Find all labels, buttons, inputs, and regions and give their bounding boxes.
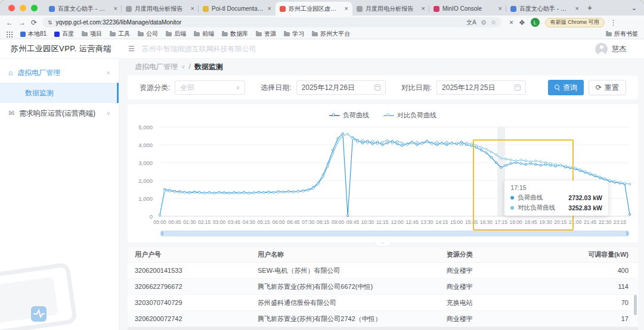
reading-mode-icon[interactable]: ⊙ [481,19,486,26]
collapse-menu-icon[interactable]: ☰ [128,45,135,53]
browser-profile-avatar[interactable]: L [531,18,540,27]
table-row[interactable]: 3203070740729苏州盛科通信股份有限公司充换电站70 [128,295,638,311]
search-button[interactable]: 查询 [548,80,584,95]
browser-tab[interactable]: 月度用电分析报告× [122,2,199,15]
bookmark-item[interactable]: 公司 [138,30,158,38]
browser-tab[interactable]: 苏州工业园区虚拟电厂平台× [275,2,352,15]
extension-x-icon[interactable]: × [509,19,513,26]
x-tick-label: 03:00 [213,219,225,225]
datazoom-left-handle[interactable] [161,231,163,236]
url-text[interactable]: yqvpp.gcl-et.com:32236/libManage/dataMon… [56,19,182,26]
tab-close-icon[interactable]: × [422,5,425,12]
bookmark-label: 工具 [118,30,130,38]
bookmark-item[interactable]: 项目 [82,30,102,38]
bookmark-item[interactable]: 工具 [110,30,130,38]
bookmark-item[interactable]: 数据库 [222,30,248,38]
load-chart-card: 负荷曲线对比负荷曲线 5,0004,0003,0002,0001,0000 17… [128,104,638,242]
translate-icon[interactable]: 文A [466,18,476,27]
sidebar-item-demand-response[interactable]: ✉ 需求响应运营(运营商端) ∨ [0,103,119,123]
apps-grid-icon[interactable] [6,31,13,38]
bookmark-item[interactable]: 后端 [166,30,186,38]
bookmark-label: 数据库 [230,30,248,38]
minimize-window-button[interactable] [20,5,26,11]
load-chart-plot[interactable]: 17:15负荷曲线2732.03 kW对比负荷曲线3252.83 kW [160,127,630,216]
tab-search-chevron-icon[interactable]: ⌄ [631,4,637,12]
x-tick-label: 00:00 [153,219,166,225]
table-scrollbar-thumb[interactable] [634,295,637,315]
browser-menu-icon[interactable]: ⋮ [610,19,617,26]
legend-item[interactable]: 负荷曲线 [329,111,369,120]
browser-tab[interactable]: Poi-tl Documentation× [199,2,275,15]
table-scrollbar[interactable] [634,265,637,328]
table-cell: 400 [566,267,638,274]
sidebar-item-vpp-management[interactable]: ⌂ 虚拟电厂管理 ∧ [0,63,119,83]
chart-collapse-notch[interactable]: ⌃ [374,242,391,247]
close-window-button[interactable] [8,5,15,11]
date-input[interactable]: 2025年12月26日 [296,80,386,95]
bookmark-star-icon[interactable]: ☆ [491,19,496,26]
reload-icon[interactable]: ⟳ [31,19,37,26]
tab-favicon [510,6,516,12]
maximize-window-button[interactable] [31,5,38,11]
folder-icon [82,32,88,36]
y-tick-label: 0 [150,213,153,220]
bookmark-item[interactable]: 资源 [256,30,276,38]
browser-tab[interactable]: 百度文心助手 - 办公学习一站...× [506,2,583,15]
datazoom-bar[interactable] [160,231,629,236]
address-bar[interactable]: ⇅ yqvpp.gcl-et.com:32236/libManage/dataM… [42,17,501,27]
browser-toolbar: ← → ⟳ ⇅ yqvpp.gcl-et.com:32236/libManage… [0,15,644,29]
bookmark-item[interactable]: 前端 [194,30,214,38]
table-row[interactable]: 3206200141533SEW-电机（苏州）有限公司商业楼宇400 [128,263,638,279]
category-select[interactable]: 全部 ∨ [175,80,245,95]
browser-tab[interactable]: 月度用电分析报告× [352,2,429,15]
chart-datazoom-slider[interactable] [160,231,630,236]
forward-icon[interactable]: → [18,19,26,26]
tab-close-icon[interactable]: × [499,5,502,12]
breadcrumb-parent[interactable]: 虚拟电厂管理 [135,62,178,72]
sidebar-item-data-monitor[interactable]: 数据监测 [0,83,119,103]
folder-icon [606,32,612,36]
bookmark-label: 资源 [264,30,276,38]
vpp-app: 苏州工业园区VPP. 运营商端 ☰ 苏州中智瑞能源互联网科技有限公司 慧杰 ⌂ … [0,39,644,330]
x-tick-label: 05:15 [258,219,270,225]
extensions-icon[interactable]: ❖ [519,19,525,26]
x-tick-label: 06:00 [272,219,284,225]
table-row[interactable]: 3206200072742腾飞新苏置业(苏州)有限公司2742（中恒）商业楼宇1… [128,311,638,327]
folder-icon [284,32,290,36]
new-tab-button[interactable]: + [583,1,596,14]
tab-close-icon[interactable]: × [114,5,117,12]
folder-icon [312,32,318,36]
table-cell: 商业楼宇 [444,266,566,275]
bookmark-item[interactable]: 学习 [284,30,304,38]
table-cell: 3203070740729 [128,299,255,306]
tab-close-icon[interactable]: × [191,5,194,12]
legend-item[interactable]: 对比负荷曲线 [383,111,436,120]
back-icon[interactable]: ← [6,19,13,26]
datazoom-right-handle[interactable] [626,231,628,236]
bookmark-item[interactable]: 本地81 [20,30,47,38]
browser-tab[interactable]: MinIO Console× [429,2,506,15]
x-tick-label: 14:15 [435,219,448,225]
browser-tab[interactable]: 百度文心助手 - 办公学习一站...× [45,2,122,15]
folder-icon [166,32,172,36]
bookmark-item[interactable]: 苏州大平台 [312,30,350,38]
bookmark-item[interactable]: 百度 [54,30,74,38]
chrome-update-button[interactable]: 有新版 Chrome 可用 [545,18,605,27]
tab-close-icon[interactable]: × [345,5,348,12]
y-tick-label: 1,000 [138,195,153,202]
table-cell: 17 [566,315,638,322]
user-menu[interactable]: 慧杰 [595,43,644,55]
tab-favicon [49,6,55,12]
tab-close-icon[interactable]: × [575,5,579,12]
all-bookmarks-button[interactable]: 所有书签 [606,30,638,38]
table-cell: 腾飞新苏置业(苏州)有限公司6672(中恒) [255,282,444,291]
tab-title: 百度文心助手 - 办公学习一站... [519,5,572,13]
table-row[interactable]: 3206200033724腾飞新苏置业(苏州)有限公司3724（中恒）商业楼宇1 [128,327,638,330]
site-info-icon[interactable]: ⇅ [48,20,52,26]
table-row[interactable]: 3206622796672腾飞新苏置业(苏州)有限公司6672(中恒)商业楼宇1… [128,279,638,295]
tab-close-icon[interactable]: × [268,5,271,12]
compare-date-input[interactable]: 2025年12月25日 [436,80,526,95]
site-favicon [54,32,60,37]
reset-button[interactable]: ⟳ 重置 [589,80,626,95]
bookmark-label: 学习 [292,30,304,38]
